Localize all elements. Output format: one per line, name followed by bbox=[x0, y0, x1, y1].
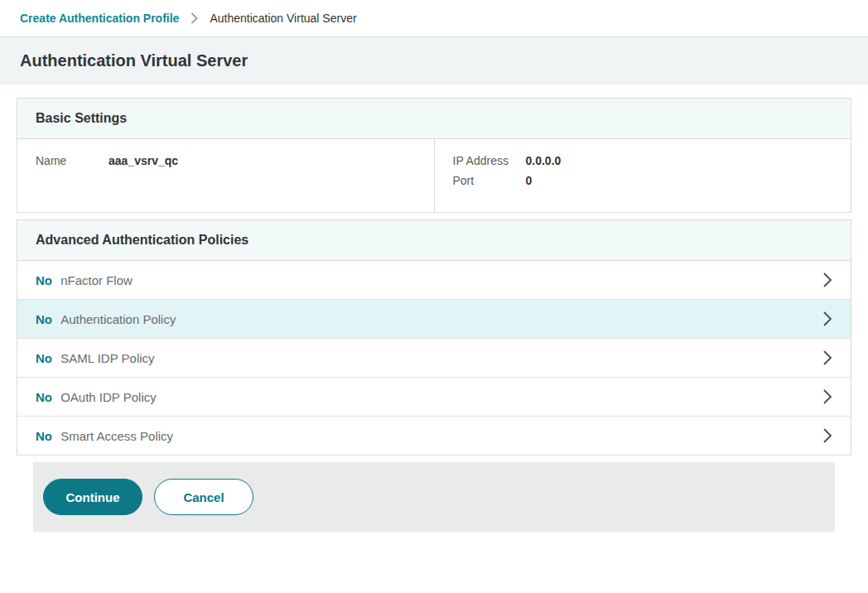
chevron-right-icon bbox=[822, 311, 832, 327]
breadcrumb-separator-icon bbox=[190, 12, 198, 24]
breadcrumb-link-create-authentication-profile[interactable]: Create Authentication Profile bbox=[20, 12, 179, 25]
footer-action-bar: Continue Cancel bbox=[33, 462, 835, 532]
main-content: Basic Settings Name aaa_vsrv_qc IP Addre… bbox=[0, 84, 868, 532]
cancel-button[interactable]: Cancel bbox=[154, 479, 253, 515]
policy-count: No bbox=[36, 390, 55, 404]
policy-count: No bbox=[36, 273, 55, 287]
policy-label: Smart Access Policy bbox=[60, 429, 173, 443]
port-value: 0 bbox=[526, 174, 533, 187]
policy-label: OAuth IDP Policy bbox=[60, 390, 157, 404]
policy-count: No bbox=[36, 429, 55, 443]
policy-row-smart-access-policy[interactable]: No Smart Access Policy bbox=[17, 417, 851, 455]
policy-row-authentication-policy[interactable]: No Authentication Policy bbox=[17, 300, 851, 339]
basic-settings-right-column: IP Address 0.0.0.0 Port 0 bbox=[434, 139, 851, 212]
policy-row-nfactor-flow[interactable]: No nFactor Flow bbox=[17, 261, 851, 300]
policy-count: No bbox=[36, 312, 55, 326]
advanced-policies-card: Advanced Authentication Policies No nFac… bbox=[17, 219, 851, 456]
chevron-right-icon bbox=[822, 388, 832, 405]
breadcrumb-current: Authentication Virtual Server bbox=[210, 12, 356, 25]
chevron-right-icon bbox=[822, 272, 832, 288]
policy-label: SAML IDP Policy bbox=[60, 351, 154, 365]
page-header: Authentication Virtual Server bbox=[0, 37, 868, 84]
ip-address-value: 0.0.0.0 bbox=[526, 154, 562, 167]
basic-settings-title: Basic Settings bbox=[17, 99, 851, 139]
basic-settings-card: Basic Settings Name aaa_vsrv_qc IP Addre… bbox=[17, 98, 851, 213]
policy-row-saml-idp-policy[interactable]: No SAML IDP Policy bbox=[17, 339, 851, 378]
ip-address-label: IP Address bbox=[453, 154, 526, 167]
breadcrumb: Create Authentication Profile Authentica… bbox=[0, 0, 868, 37]
policy-row-oauth-idp-policy[interactable]: No OAuth IDP Policy bbox=[17, 378, 851, 417]
policy-label: Authentication Policy bbox=[60, 312, 176, 326]
chevron-right-icon bbox=[822, 427, 832, 444]
policy-label: nFactor Flow bbox=[60, 273, 133, 287]
continue-button[interactable]: Continue bbox=[43, 479, 142, 515]
page-title: Authentication Virtual Server bbox=[20, 51, 248, 70]
name-value: aaa_vsrv_qc bbox=[108, 154, 178, 167]
name-label: Name bbox=[36, 154, 108, 167]
policy-count: No bbox=[36, 351, 55, 365]
advanced-policies-title: Advanced Authentication Policies bbox=[17, 220, 851, 261]
basic-settings-left-column: Name aaa_vsrv_qc bbox=[17, 139, 434, 212]
policy-rows: No nFactor Flow No Authentication Policy… bbox=[17, 261, 851, 455]
port-label: Port bbox=[453, 174, 526, 187]
chevron-right-icon bbox=[822, 350, 832, 366]
